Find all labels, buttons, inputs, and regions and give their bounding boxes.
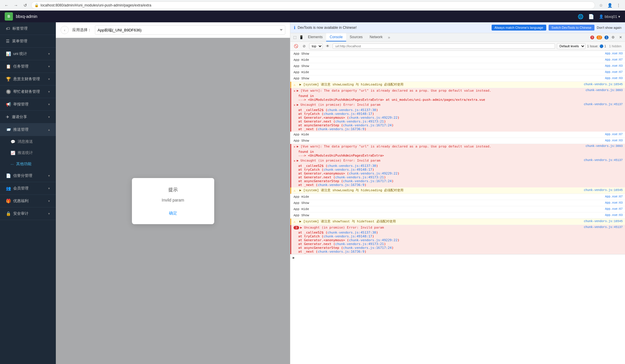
tag-icon: 🏷 — [6, 26, 10, 31]
error-icon: ✕ — [294, 89, 296, 93]
sidebar-item-push[interactable]: 📨 推送管理 ▴ — [0, 123, 56, 136]
sidebar-item-msg-push[interactable]: 💬 消息推送 — [0, 136, 56, 147]
log-link[interactable]: App.vue:63 — [603, 213, 623, 218]
levels-selector[interactable]: Default levels — [557, 43, 585, 49]
chevron-down-icon7: ▾ — [48, 174, 50, 178]
header-right: 🌐 📄 👤 bbxq01 ▾ — [578, 14, 620, 19]
log-sub: at tryCatch (chunk-vendors.js:49148:17) — [298, 234, 623, 238]
log-link[interactable]: chunk-vendors.js:16545 — [582, 82, 623, 87]
log-entry: App Hide App.vue:67 — [290, 57, 625, 63]
dialog-confirm-button[interactable]: 确定 — [164, 209, 182, 217]
tab-elements[interactable]: Elements — [304, 33, 326, 41]
log-link[interactable]: chunk-vendors.js:45137 — [582, 159, 623, 162]
back-nav-button[interactable]: ‹ — [61, 26, 69, 34]
dont-show-again-button[interactable]: Don't show again — [597, 26, 621, 29]
log-entry: App Hide App.vue:67 — [290, 132, 625, 138]
sidebar-item-security[interactable]: 🔒 安全审计 ▾ — [0, 207, 56, 220]
sidebar-item-push-stats[interactable]: 📈 推送统计 — [0, 147, 56, 158]
log-sub: at Generator.<anonymous> (chunk-vendors.… — [298, 116, 623, 120]
invite-icon: ✈ — [6, 115, 9, 119]
push-stats-icon: 📈 — [11, 151, 15, 155]
task-icon: 📋 — [6, 64, 11, 69]
sidebar-label-menu: 菜单管理 — [12, 38, 27, 44]
devtools-mobile-button[interactable]: 📱 — [298, 34, 304, 41]
log-link[interactable]: chunk-vendors.js:3093 — [583, 145, 623, 148]
bookmark-button[interactable]: ☆ — [597, 2, 604, 9]
sidebar-label-msg-push: 消息推送 — [18, 139, 33, 144]
log-link[interactable]: App.vue:63 — [603, 51, 623, 56]
lock-icon: 🔒 — [34, 3, 39, 7]
always-match-button[interactable]: Always match Chrome's language — [492, 25, 546, 31]
sidebar-item-report[interactable]: 📢 举报管理 ▾ — [0, 98, 56, 111]
log-link[interactable]: chunk-vendors.js:45137 — [582, 103, 623, 106]
tab-network[interactable]: Network — [366, 33, 386, 41]
back-button[interactable]: ← — [3, 2, 10, 9]
log-entry: App Hide App.vue:67 — [290, 206, 625, 212]
more-tabs-button[interactable]: » — [386, 34, 392, 41]
close-devtools-button[interactable]: ✕ — [617, 34, 624, 41]
switch-devtools-button[interactable]: Switch DevTools to Chinese — [549, 25, 594, 31]
sidebar-item-task[interactable]: 📋 任务管理 ▾ — [0, 60, 56, 73]
console-log[interactable]: App Show App.vue:63 App Hide App.vue:67 … — [290, 51, 625, 364]
content-main: 提示 Invild param 确定 — [56, 38, 290, 364]
stats-icon: 📊 — [6, 51, 11, 56]
dialog-title: 提示 — [139, 187, 207, 193]
filter-button[interactable]: ⊘ — [301, 43, 307, 49]
log-link[interactable]: App.vue:67 — [603, 207, 623, 212]
log-sub: at Generator.next (chunk-vendors.js:4917… — [298, 175, 623, 179]
error-text: ▶ Uncaught (in promise) Error: Invild pa… — [300, 226, 582, 229]
log-link[interactable]: chunk-vendors.js:16545 — [582, 219, 623, 224]
info-badge: 1 — [604, 36, 609, 39]
forward-button[interactable]: → — [12, 2, 19, 9]
context-selector[interactable]: top — [309, 43, 323, 49]
globe-icon[interactable]: 🌐 — [578, 14, 584, 19]
log-link[interactable]: App.vue:63 — [603, 138, 623, 143]
browser-actions: ☆ 👤 ⋮ — [597, 2, 622, 9]
log-link[interactable]: App.vue:63 — [603, 201, 623, 205]
app-selector[interactable]: App前端(_UNI_B9DF636) — [95, 25, 285, 35]
sidebar-item-menu[interactable]: ☰ 菜单管理 — [0, 35, 56, 48]
log-link[interactable]: chunk-vendors.js:45137 — [582, 226, 623, 229]
address-bar[interactable]: 🔒 localhost:8080/admin/#/uni_modules/uni… — [31, 1, 595, 9]
tab-console[interactable]: Console — [326, 33, 346, 41]
user-menu[interactable]: 👤 bbxq01 ▾ — [599, 14, 620, 19]
log-entry-error: 3 ▶ Uncaught (in promise) Error: Invild … — [290, 225, 625, 254]
log-link[interactable]: App.vue:67 — [603, 132, 623, 137]
sidebar-item-invite[interactable]: ✈ 邀请分享 ▾ — [0, 111, 56, 123]
log-link[interactable]: App.vue:67 — [603, 194, 623, 199]
profile-button[interactable]: 👤 — [606, 2, 613, 9]
log-sub: at tryCatch (chunk-vendors.js:49148:17) — [298, 112, 623, 116]
sidebar-item-welfare[interactable]: 🎁 优惠福利 ▾ — [0, 195, 56, 207]
menu-dots-button[interactable]: ⋮ — [615, 2, 622, 9]
browser-chrome: ← → ↺ 🔒 localhost:8080/admin/#/uni_modul… — [0, 0, 625, 11]
log-link[interactable]: App.vue:63 — [603, 64, 623, 68]
chevron-down-icon: ▾ — [48, 52, 50, 56]
log-link[interactable]: chunk-vendors.js:16545 — [582, 188, 623, 193]
log-entry: App Show App.vue:63 — [290, 76, 625, 82]
reload-button[interactable]: ↺ — [22, 2, 29, 9]
sidebar-item-tag[interactable]: 🏷 标签管理 — [0, 22, 56, 35]
log-link[interactable]: App.vue:67 — [603, 58, 623, 62]
sidebar-label-tag: 标签管理 — [12, 26, 28, 31]
sidebar-item-helper[interactable]: 🔘 帮忙者财务管理 ▾ — [0, 85, 56, 98]
filter-input[interactable] — [333, 43, 555, 49]
app-title: bbxq-admin — [16, 14, 37, 19]
sidebar-item-reward[interactable]: 🏆 悬赏主财务管理 ▾ — [0, 73, 56, 85]
sidebar-item-credit[interactable]: 📄 信誉分管理 ▾ — [0, 170, 56, 182]
clear-console-button[interactable]: 🚫 — [293, 43, 299, 49]
log-link[interactable]: App.vue:67 — [603, 70, 623, 75]
sidebar-item-uni-stats[interactable]: 📊 uni 统计 ▾ — [0, 48, 56, 60]
log-sub: found in — [298, 150, 623, 154]
settings-button[interactable]: ⚙ — [610, 34, 616, 41]
sidebar-item-member[interactable]: 👥 会员管理 ▾ — [0, 182, 56, 195]
log-entry-warn: ⚠ ▶ [system] 请注意 showLoading 与 hideLoadi… — [290, 82, 625, 88]
translate-icon[interactable]: 📄 — [588, 14, 594, 19]
devtools-tabs: ⬚ 📱 Elements Console Sources Network » 9… — [290, 33, 625, 42]
tab-sources[interactable]: Sources — [346, 33, 366, 41]
eye-button[interactable]: 👁 — [324, 43, 331, 49]
devtools-inspect-button[interactable]: ⬚ — [291, 34, 298, 41]
log-link[interactable]: App.vue:63 — [603, 76, 623, 81]
log-link[interactable]: chunk-vendors.js:3093 — [583, 89, 623, 92]
sidebar-item-other-func[interactable]: ··· 其他功能 — [0, 158, 56, 170]
error-text: ▶ Uncaught (in promise) Error: Invild pa… — [297, 103, 582, 107]
